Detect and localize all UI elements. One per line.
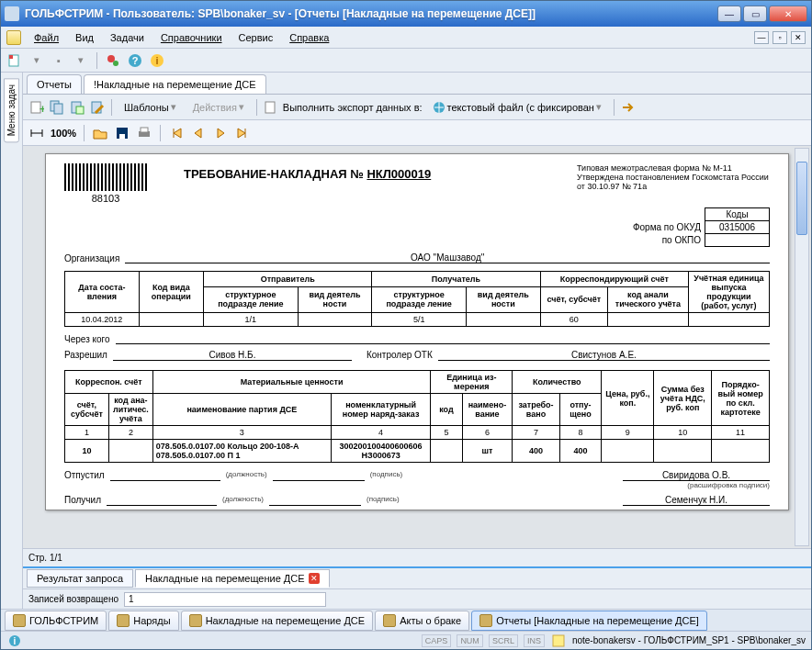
ftab-defects[interactable]: Акты о браке: [375, 611, 469, 631]
sidebar-tab-tasks[interactable]: Меню задач: [4, 78, 19, 142]
paste-icon[interactable]: [69, 99, 85, 116]
bottom-tabs: Результат запроса Накладные на перемещен…: [23, 566, 811, 588]
via-value: [116, 334, 770, 344]
svg-text:?: ?: [132, 55, 139, 66]
doc-add-icon[interactable]: +: [28, 99, 45, 116]
released-name: Свиридова О.В.: [623, 470, 770, 481]
pager-bar: Стр. 1/1: [23, 548, 811, 566]
top-tabs: Отчеты !Накладные на перемещение ДСЕ: [23, 73, 811, 95]
info-icon[interactable]: i: [149, 52, 165, 69]
stack-icon[interactable]: ▪: [51, 52, 67, 69]
scrl-indicator: SCRL: [489, 634, 518, 647]
export-format-dropdown[interactable]: текстовый файл (с фиксирован ▾: [426, 98, 608, 117]
brand-icon: [6, 30, 21, 45]
tray-note-icon[interactable]: [550, 633, 567, 649]
menubar: Файл Вид Задачи Справочники Сервис Справ…: [1, 27, 811, 49]
dropdown-icon-2[interactable]: ▾: [73, 52, 89, 69]
allowed-label: Разрешил: [64, 350, 107, 361]
ctrl-label: Контролер ОТК: [367, 350, 433, 361]
open-icon[interactable]: [92, 125, 108, 141]
minimize-button[interactable]: —: [717, 6, 741, 22]
records-status: Записей возвращено: [23, 588, 811, 609]
globe-icon: [433, 101, 445, 114]
svg-rect-13: [76, 106, 84, 114]
last-page-icon[interactable]: [234, 125, 251, 141]
table2-row: 10 078.505.0.0107.00 Кольцо 200-108-А 07…: [65, 440, 770, 463]
status-info-icon[interactable]: i: [6, 633, 23, 649]
svg-rect-19: [119, 134, 125, 139]
records-count-input[interactable]: [124, 592, 326, 607]
table1-row: 10.04.2012 1/1 5/1 60: [65, 313, 770, 327]
templates-dropdown[interactable]: Шаблоны ▾: [118, 98, 183, 116]
tab-reports[interactable]: Отчеты: [27, 74, 82, 94]
btab-result[interactable]: Результат запроса: [27, 569, 133, 588]
report-viewport[interactable]: 88103 ТРЕБОВАНИЕ-НАКЛАДНАЯ № НКЛ000019 Т…: [23, 146, 811, 548]
svg-rect-1: [9, 55, 13, 59]
export-label: Выполнить экспорт данных в:: [283, 102, 423, 113]
maximize-button[interactable]: ▭: [743, 6, 767, 22]
btab-waybills[interactable]: Накладные на перемещение ДСЕ ✕: [135, 569, 330, 588]
defects-icon: [383, 614, 396, 627]
new-icon[interactable]: [6, 52, 23, 69]
statusbar: i CAPS NUM SCRL INS note-bonakersv - ГОЛ…: [1, 631, 811, 649]
caps-indicator: CAPS: [422, 634, 452, 647]
ftab-golf[interactable]: ГОЛЬФСТРИМ: [5, 611, 107, 631]
menu-file[interactable]: Файл: [27, 29, 66, 46]
close-button[interactable]: ✕: [769, 6, 807, 22]
ctrl-value: Свистунов А.Е.: [438, 350, 770, 361]
scrollbar-thumb[interactable]: [796, 162, 807, 235]
allowed-value: Сивов Н.Б.: [113, 350, 352, 361]
barcode: 88103: [64, 163, 147, 204]
copy-icon[interactable]: [49, 99, 65, 116]
received-label: Получил: [64, 495, 101, 506]
gears-icon[interactable]: [105, 52, 121, 69]
menu-view[interactable]: Вид: [68, 29, 101, 46]
page-indicator: Стр. 1/1: [28, 553, 62, 563]
first-page-icon[interactable]: [168, 125, 185, 141]
menu-tasks[interactable]: Задачи: [103, 29, 152, 46]
menu-help[interactable]: Справка: [282, 29, 336, 46]
legal-text: Типовая межотраслевая форма № М-11 Утвер…: [577, 163, 770, 191]
titlebar: ГОЛЬФСТРИМ - Пользователь: SPB\bonaker_s…: [1, 1, 811, 27]
run-export-icon[interactable]: [620, 99, 637, 116]
dropdown-icon[interactable]: ▾: [28, 52, 45, 69]
menu-refs[interactable]: Справочники: [153, 29, 230, 46]
ftab-reports[interactable]: Отчеты [Накладные на перемещение ДСЕ]: [471, 611, 707, 631]
export-doc-icon[interactable]: [263, 99, 279, 116]
window-title: ГОЛЬФСТРИМ - Пользователь: SPB\bonaker_s…: [25, 7, 717, 20]
mdi-close-button[interactable]: ✕: [791, 31, 806, 44]
toolbar-primary: ▾ ▪ ▾ ? i: [1, 49, 811, 73]
mdi-minimize-button[interactable]: —: [754, 31, 769, 44]
help-icon[interactable]: ?: [127, 52, 143, 69]
reports-icon: [479, 614, 492, 627]
ftab-waybills[interactable]: Накладные на перемещение ДСЕ: [181, 611, 374, 631]
report-page: 88103 ТРЕБОВАНИЕ-НАКЛАДНАЯ № НКЛ000019 Т…: [45, 153, 789, 510]
save-icon[interactable]: [114, 125, 130, 141]
app-window: ГОЛЬФСТРИМ - Пользователь: SPB\bonaker_s…: [0, 0, 812, 650]
num-indicator: NUM: [457, 634, 483, 647]
mdi-restore-button[interactable]: ▫: [773, 31, 787, 44]
via-label: Через кого: [64, 334, 110, 344]
toolbar-sub1: + Шаблоны ▾ Действия ▾ Выполнить экспорт…: [23, 95, 811, 120]
tab-waybills[interactable]: !Накладные на перемещение ДСЕ: [84, 74, 266, 94]
svg-point-2: [107, 55, 115, 62]
ftab-orders[interactable]: Наряды: [108, 611, 178, 631]
footer-tabs: ГОЛЬФСТРИМ Наряды Накладные на перемещен…: [1, 609, 811, 631]
actions-dropdown[interactable]: Действия ▾: [186, 98, 251, 116]
edit-icon[interactable]: [89, 99, 106, 116]
golf-icon: [13, 614, 26, 627]
next-page-icon[interactable]: [212, 125, 229, 141]
svg-text:i: i: [14, 636, 17, 646]
toolbar-preview: 100%: [23, 120, 811, 146]
tab-close-icon[interactable]: ✕: [309, 573, 320, 584]
vertical-scrollbar[interactable]: [795, 148, 809, 546]
prev-page-icon[interactable]: [190, 125, 207, 141]
print-icon[interactable]: [136, 125, 152, 141]
waybills-icon: [189, 614, 202, 627]
fit-width-icon[interactable]: [28, 125, 45, 141]
bottom-app-label: note-bonakersv - ГОЛЬФСТРИМ_SP1 - SPB\bo…: [572, 635, 806, 645]
svg-rect-16: [265, 102, 275, 113]
menu-service[interactable]: Сервис: [231, 29, 281, 46]
ins-indicator: INS: [524, 634, 545, 647]
main-table-2: Корреспон. счёт Материальные ценности Ед…: [64, 370, 770, 463]
